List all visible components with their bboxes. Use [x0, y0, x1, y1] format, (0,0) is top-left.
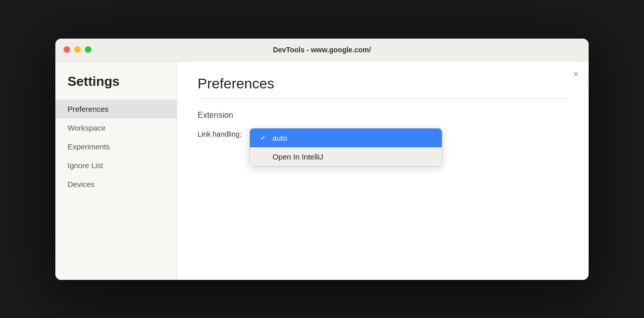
close-settings-button[interactable]: ×: [573, 70, 578, 79]
sidebar-heading: Settings: [55, 74, 177, 100]
page-title: Preferences: [198, 76, 568, 92]
sidebar-item-ignore-list[interactable]: Ignore List: [55, 156, 177, 175]
dropdown-menu: ✓ auto Open In IntelliJ: [249, 128, 442, 167]
traffic-lights: [63, 46, 91, 53]
link-handling-dropdown[interactable]: ✓ auto Open In IntelliJ: [249, 128, 442, 167]
sidebar: Settings Preferences Workspace Experimen…: [55, 61, 177, 280]
sidebar-item-preferences[interactable]: Preferences: [55, 100, 177, 118]
main-content: × Preferences Extension Link handling: ✓…: [177, 61, 589, 280]
sidebar-item-devices[interactable]: Devices: [55, 175, 177, 194]
devtools-window: DevTools - www.google.com/ Settings Pref…: [55, 39, 589, 280]
window-title: DevTools - www.google.com/: [273, 46, 371, 54]
close-window-button[interactable]: [63, 46, 70, 53]
section-heading: Extension: [198, 111, 568, 120]
minimize-window-button[interactable]: [74, 46, 81, 53]
content-area: Settings Preferences Workspace Experimen…: [55, 61, 589, 280]
sidebar-item-workspace[interactable]: Workspace: [55, 118, 177, 137]
sidebar-item-experiments[interactable]: Experiments: [55, 137, 177, 156]
dropdown-option-auto[interactable]: ✓ auto: [250, 129, 442, 147]
dropdown-option-intellij[interactable]: Open In IntelliJ: [250, 147, 442, 166]
link-handling-row: Link handling: ✓ auto Open In IntelliJ: [198, 128, 568, 167]
titlebar: DevTools - www.google.com/: [55, 39, 589, 61]
check-icon: ✓: [260, 134, 268, 142]
maximize-window-button[interactable]: [85, 46, 91, 53]
section-divider: [198, 98, 568, 99]
field-label: Link handling:: [198, 128, 241, 138]
